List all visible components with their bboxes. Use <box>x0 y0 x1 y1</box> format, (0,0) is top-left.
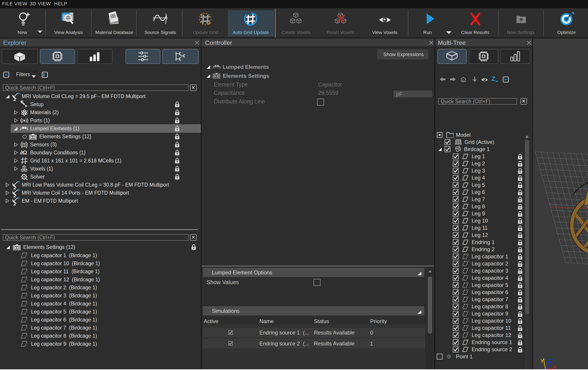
svg-text:Z: Z <box>492 76 495 82</box>
svg-text:Z: Z <box>548 358 551 364</box>
svg-text:Y: Y <box>540 358 544 364</box>
